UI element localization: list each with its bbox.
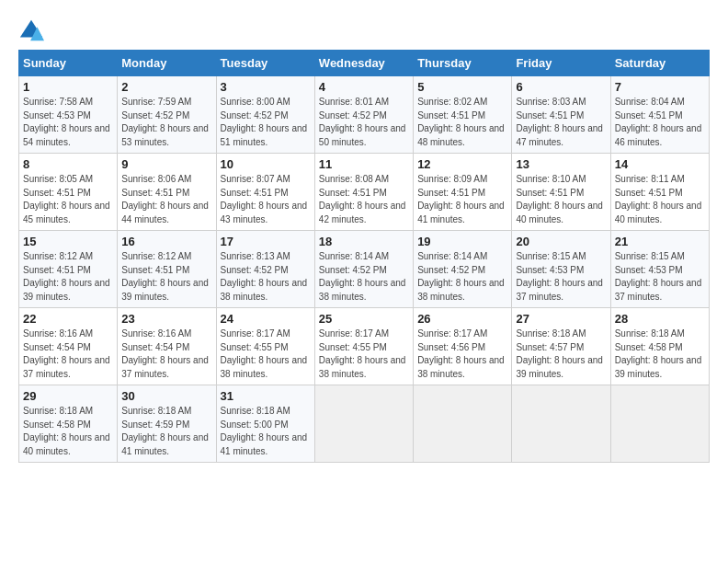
table-row: 16Sunrise: 8:12 AMSunset: 4:51 PMDayligh… [118, 231, 216, 308]
table-row: 21Sunrise: 8:15 AMSunset: 4:53 PMDayligh… [610, 231, 709, 308]
table-row [314, 385, 413, 463]
calendar-week-1: 1Sunrise: 7:58 AMSunset: 4:53 PMDaylight… [19, 76, 710, 154]
table-row: 10Sunrise: 8:07 AMSunset: 4:51 PMDayligh… [216, 154, 314, 231]
table-row: 26Sunrise: 8:17 AMSunset: 4:56 PMDayligh… [414, 308, 512, 385]
calendar-week-5: 29Sunrise: 8:18 AMSunset: 4:58 PMDayligh… [19, 385, 710, 463]
table-row: 19Sunrise: 8:14 AMSunset: 4:52 PMDayligh… [414, 231, 512, 308]
table-row: 11Sunrise: 8:08 AMSunset: 4:51 PMDayligh… [314, 154, 413, 231]
logo [18, 18, 48, 44]
table-row: 7Sunrise: 8:04 AMSunset: 4:51 PMDaylight… [610, 76, 709, 154]
table-row: 25Sunrise: 8:17 AMSunset: 4:55 PMDayligh… [314, 308, 413, 385]
calendar-week-3: 15Sunrise: 8:12 AMSunset: 4:51 PMDayligh… [19, 231, 710, 308]
calendar-table: SundayMondayTuesdayWednesdayThursdayFrid… [18, 50, 710, 463]
col-header-thursday: Thursday [414, 51, 512, 76]
table-row: 30Sunrise: 8:18 AMSunset: 4:59 PMDayligh… [118, 385, 216, 463]
table-row: 15Sunrise: 8:12 AMSunset: 4:51 PMDayligh… [19, 231, 118, 308]
table-row: 23Sunrise: 8:16 AMSunset: 4:54 PMDayligh… [118, 308, 216, 385]
col-header-wednesday: Wednesday [314, 51, 413, 76]
table-row: 6Sunrise: 8:03 AMSunset: 4:51 PMDaylight… [512, 76, 610, 154]
table-row: 3Sunrise: 8:00 AMSunset: 4:52 PMDaylight… [216, 76, 314, 154]
table-row: 1Sunrise: 7:58 AMSunset: 4:53 PMDaylight… [19, 76, 118, 154]
table-row: 4Sunrise: 8:01 AMSunset: 4:52 PMDaylight… [314, 76, 413, 154]
col-header-tuesday: Tuesday [216, 51, 314, 76]
table-row: 29Sunrise: 8:18 AMSunset: 4:58 PMDayligh… [19, 385, 118, 463]
table-row: 31Sunrise: 8:18 AMSunset: 5:00 PMDayligh… [216, 385, 314, 463]
table-row: 8Sunrise: 8:05 AMSunset: 4:51 PMDaylight… [19, 154, 118, 231]
page-container: SundayMondayTuesdayWednesdayThursdayFrid… [0, 0, 728, 472]
table-row: 5Sunrise: 8:02 AMSunset: 4:51 PMDaylight… [414, 76, 512, 154]
table-row: 12Sunrise: 8:09 AMSunset: 4:51 PMDayligh… [414, 154, 512, 231]
table-row: 2Sunrise: 7:59 AMSunset: 4:52 PMDaylight… [118, 76, 216, 154]
table-row: 13Sunrise: 8:10 AMSunset: 4:51 PMDayligh… [512, 154, 610, 231]
table-row [512, 385, 610, 463]
calendar-week-2: 8Sunrise: 8:05 AMSunset: 4:51 PMDaylight… [19, 154, 710, 231]
header [18, 15, 710, 44]
table-row [414, 385, 512, 463]
table-row: 28Sunrise: 8:18 AMSunset: 4:58 PMDayligh… [610, 308, 709, 385]
table-row: 24Sunrise: 8:17 AMSunset: 4:55 PMDayligh… [216, 308, 314, 385]
calendar-week-4: 22Sunrise: 8:16 AMSunset: 4:54 PMDayligh… [19, 308, 710, 385]
table-row: 18Sunrise: 8:14 AMSunset: 4:52 PMDayligh… [314, 231, 413, 308]
header-row: SundayMondayTuesdayWednesdayThursdayFrid… [19, 51, 710, 76]
col-header-friday: Friday [512, 51, 610, 76]
table-row: 22Sunrise: 8:16 AMSunset: 4:54 PMDayligh… [19, 308, 118, 385]
logo-icon [18, 18, 44, 44]
table-row: 14Sunrise: 8:11 AMSunset: 4:51 PMDayligh… [610, 154, 709, 231]
table-row: 20Sunrise: 8:15 AMSunset: 4:53 PMDayligh… [512, 231, 610, 308]
table-row: 17Sunrise: 8:13 AMSunset: 4:52 PMDayligh… [216, 231, 314, 308]
col-header-sunday: Sunday [19, 51, 118, 76]
table-row: 9Sunrise: 8:06 AMSunset: 4:51 PMDaylight… [118, 154, 216, 231]
table-row: 27Sunrise: 8:18 AMSunset: 4:57 PMDayligh… [512, 308, 610, 385]
col-header-saturday: Saturday [610, 51, 709, 76]
table-row [610, 385, 709, 463]
col-header-monday: Monday [118, 51, 216, 76]
